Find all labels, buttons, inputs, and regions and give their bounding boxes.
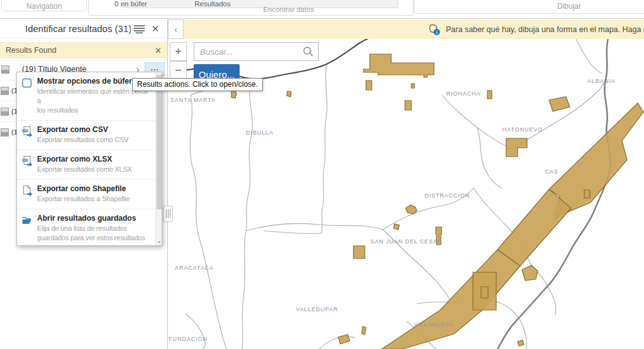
toolbar-group-draw: Dibujar <box>414 0 644 14</box>
layer-icon <box>1 87 9 95</box>
export-xlsx-icon: XLS <box>21 155 33 167</box>
svg-text:CSV: CSV <box>23 130 28 132</box>
top-toolbar: Navigation 0 en búfer Resultados Encontr… <box>0 0 644 19</box>
results-actions-tooltip: Results actions. Click to open/close. <box>132 78 263 91</box>
map-label-barrancas-partial: CAS <box>545 169 558 175</box>
menu-item-export-xlsx[interactable]: XLS Exportar como XLSX Exportar resultad… <box>17 150 155 179</box>
menu-item-desc: Elija de una lista de resultados guardad… <box>37 224 152 243</box>
results-actions-menu: Mostrar opciones de búfer Identificar el… <box>16 72 162 246</box>
open-folder-icon <box>21 214 33 226</box>
menu-scrollbar-thumb[interactable] <box>157 75 162 209</box>
panel-titlebar: Identificar resultados (31) ✕ <box>0 19 167 38</box>
menu-scrollbar[interactable]: ⌄ <box>155 72 162 245</box>
map-label-valledupar: VALLEDUPAR <box>296 306 338 313</box>
zoom-in-button[interactable]: + <box>170 42 187 61</box>
mining-title-polygons[interactable] <box>231 54 643 349</box>
toolbar-group-find-data: 0 en búfer Resultados Encontrar datos <box>88 0 414 16</box>
menu-item-desc: Exportar resultados como CSV <box>37 135 152 145</box>
panel-title: Identificar resultados (31) <box>4 23 131 34</box>
layer-icon <box>1 65 9 74</box>
map-hint-banner: i Para saber qué hay, dibuja una forma e… <box>184 19 644 39</box>
menu-item-export-csv[interactable]: CSV Exportar como CSV Exportar resultado… <box>17 120 155 150</box>
menu-item-title: Abrir resultados guardados <box>37 214 152 223</box>
panel-resize-grip[interactable] <box>163 206 173 222</box>
panel-menu-button[interactable] <box>131 21 147 36</box>
export-shapefile-icon <box>21 185 33 196</box>
results-found-close-button[interactable]: ✕ <box>155 47 162 55</box>
menu-item-title: Exportar como CSV <box>37 125 152 134</box>
menu-item-title: Exportar como Shapefile <box>37 184 152 193</box>
results-found-label: Results Found <box>6 46 155 55</box>
map-label-santa-marta: SANTA MARTA <box>170 97 216 103</box>
zoom-out-button[interactable]: − <box>170 61 187 80</box>
search-input[interactable] <box>199 47 303 57</box>
map-label-hatonuevo: HATONUEVO <box>502 126 543 133</box>
layer-icon <box>1 128 9 136</box>
map-label-albania: ALBANIA <box>587 78 615 84</box>
menu-item-title: Exportar como XLSX <box>37 155 152 163</box>
menu-item-export-shapefile[interactable]: Exportar como Shapefile Exportar resulta… <box>17 179 155 209</box>
map-label-fundacion: FUNDACIÓN <box>169 336 208 342</box>
map-label-san-juan-del-cesar: SAN JUAN DEL CESAR <box>370 238 442 245</box>
map-label-villanueva: VILLANUEVA <box>414 321 454 328</box>
menu-item-desc: Exportar resultados a Shapefile <box>37 194 152 204</box>
search-icon[interactable] <box>303 46 314 57</box>
export-csv-icon: CSV <box>21 126 33 137</box>
scroll-down-icon[interactable]: ⌄ <box>156 236 162 245</box>
tab-navigation[interactable]: Navigation <box>1 0 87 11</box>
group-label-find-data: Encontrar datos <box>89 6 413 13</box>
buffer-icon <box>21 77 33 89</box>
map-label-distraccion: DISTRACCIÓN <box>425 192 470 199</box>
panel-close-button[interactable]: ✕ <box>147 21 164 36</box>
map-viewport[interactable]: SANTA MARTA DIBULLA RIOHACHA HATONUEVO A… <box>168 19 644 349</box>
map-label-aracataca: ARACATACA <box>175 265 214 271</box>
hamburger-icon <box>134 25 145 33</box>
map-label-dibulla: DIBULLA <box>246 130 274 136</box>
map-search-box <box>194 42 319 61</box>
results-found-bar: Results Found ✕ <box>0 42 167 58</box>
map-label-riohacha: RIOHACHA <box>447 91 481 97</box>
svg-text:XLS: XLS <box>23 159 28 162</box>
close-icon: ✕ <box>152 24 160 33</box>
layer-icon <box>1 108 9 116</box>
group-label-draw: Dibujar <box>414 2 644 11</box>
draw-shape-info-icon: i <box>428 23 441 36</box>
menu-item-desc: Exportar resultados como XLSX <box>37 165 152 174</box>
panel-collapse-button[interactable]: ‹ <box>168 19 184 39</box>
map-hint-text: Para saber qué hay, dibuja una forma en … <box>446 25 644 34</box>
menu-item-open-saved-results[interactable]: Abrir resultados guardados Elija de una … <box>17 209 155 246</box>
